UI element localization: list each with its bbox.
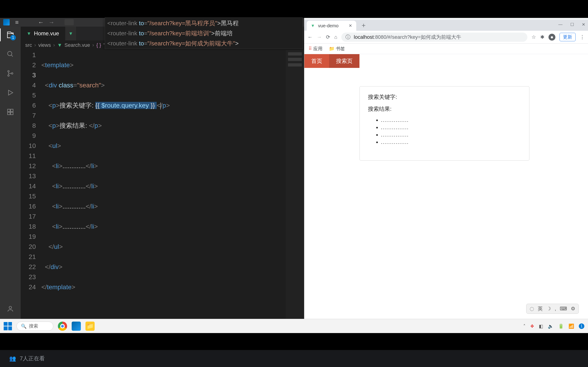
search-icon[interactable] [5,49,15,59]
svg-point-2 [8,70,9,72]
vue-file-icon: ▼ [27,31,31,36]
search-card: 搜索关键字: 搜索结果: ............... ...........… [359,86,529,161]
debug-icon[interactable] [5,88,15,98]
search-icon: 🔍 [21,323,27,329]
svg-point-4 [11,73,13,74]
site-info-icon[interactable]: ⓘ [346,34,351,41]
account-icon[interactable] [5,304,15,314]
editor-hover-popup: <router-link to="/search?key=黑马程序员">黑马程 … [105,17,303,49]
list-item: ............... [381,117,521,123]
tab-home-vue[interactable]: ▼ Home.vue [21,27,65,40]
windows-taskbar: 🔍搜索 📁 ˄ ❖ ◧ 🔈 🔋 📶 1 [0,319,588,333]
ime-floating-toolbar[interactable]: ◌ 英 ☽ , ⌨ ⚙ [526,304,579,314]
nav-forward-icon[interactable]: → [48,19,54,26]
minimize-icon[interactable]: — [558,22,562,27]
system-tray: ˄ ❖ ◧ 🔈 🔋 📶 1 [523,323,584,329]
nav-search-link[interactable]: 搜索页 [329,54,359,68]
list-item: ............... [381,132,521,138]
close-tab-icon[interactable]: ✕ [349,23,352,28]
nav-back-icon[interactable]: ← [38,19,44,26]
svg-rect-9 [10,112,13,115]
apps-shortcut[interactable]: ⠿ 应用 [309,46,322,52]
line-gutter: 1 2 3 4 5 6 7 8 9 10 11 12 13 14 [21,50,41,324]
close-window-icon[interactable]: ✕ [582,22,585,27]
tray-wifi-icon[interactable]: 📶 [569,323,574,329]
forward-icon[interactable]: → [317,34,322,40]
address-bar[interactable]: ⓘ localhost:8080/#/search?key=如何成为前端大牛 [341,33,527,42]
folder-icon: 📁 [329,46,335,51]
code-editor[interactable]: 1 2 3 4 5 6 7 8 9 10 11 12 13 14 [21,50,304,324]
taskbar-chrome-icon[interactable] [58,322,67,331]
home-icon[interactable]: ⌂ [334,34,337,40]
symbol-icon: { } [96,42,101,48]
svg-point-3 [8,75,9,76]
svg-rect-7 [10,109,13,112]
tray-icon[interactable]: ❖ [530,323,534,329]
kebab-menu-icon[interactable]: ⋮ [580,34,585,40]
nav-home-link[interactable]: 首页 [304,54,329,68]
viewers-count: 7人正在看 [20,355,45,362]
ime-mode[interactable]: 英 [538,305,543,312]
vue-favicon-icon: ▼ [311,23,315,28]
svg-line-1 [11,55,13,57]
browser-tabs: ▼ vue-demo ✕ ＋ — ☐ ✕ [304,20,588,31]
tray-icon[interactable]: ◧ [539,323,543,329]
ime-keyboard-icon[interactable]: ⌨ [560,306,567,312]
viewers-icon: 👥 [9,355,16,362]
tray-battery-icon[interactable]: 🔋 [558,323,564,329]
svg-point-0 [8,51,12,56]
apps-grid-icon: ⠿ [309,46,312,51]
taskbar-explorer-icon[interactable]: 📁 [86,322,95,331]
profile-avatar-icon[interactable]: ● [548,34,555,41]
ime-comma-icon[interactable]: , [555,306,556,312]
extensions-puzzle-icon[interactable]: ✱ [540,34,544,40]
menu-icon[interactable]: ≡ [15,19,19,26]
list-item: ............... [381,125,521,131]
reload-icon[interactable]: ⟳ [326,34,330,40]
notification-badge[interactable]: 1 [579,323,584,329]
list-item: ............... [381,139,521,145]
vscode-window: ≡ ← → 1 [0,18,304,333]
minimap[interactable] [286,50,304,324]
tray-chevron-icon[interactable]: ˄ [523,323,526,329]
search-result-label: 搜索结果: [368,105,521,113]
extensions-icon[interactable] [5,107,15,117]
browser-tab[interactable]: ▼ vue-demo ✕ [307,21,356,31]
tab-title: vue-demo [318,23,338,28]
tab-other[interactable]: ▼ [65,27,77,40]
svg-marker-5 [9,90,13,95]
svg-rect-6 [8,109,10,112]
ime-settings-icon[interactable]: ⚙ [571,306,575,312]
maximize-icon[interactable]: ☐ [570,22,574,27]
page-content: 首页 搜索页 搜索关键字: 搜索结果: ............... ....… [304,54,588,333]
bookmark-star-icon[interactable]: ☆ [531,34,536,40]
start-button[interactable] [4,322,12,330]
vscode-logo-icon [3,19,10,25]
back-icon[interactable]: ← [308,34,313,40]
vue-file-icon: ▼ [69,31,73,36]
update-button[interactable]: 更新 [560,33,576,41]
search-key-label: 搜索关键字: [368,93,521,101]
explorer-icon[interactable]: 1 [5,30,15,40]
svg-rect-8 [8,112,10,115]
browser-toolbar: ← → ⟳ ⌂ ⓘ localhost:8080/#/search?key=如何… [304,31,588,44]
ime-moon-icon[interactable]: ☽ [546,306,551,312]
command-center-input[interactable] [65,19,74,25]
explorer-badge: 1 [10,35,16,40]
vue-file-icon: ▼ [57,42,62,48]
stream-info-bar: 👥 7人正在看 [0,350,588,367]
svg-point-10 [9,306,12,309]
taskbar-search[interactable]: 🔍搜索 [17,322,53,331]
tray-volume-icon[interactable]: 🔈 [548,323,553,329]
chrome-window: ▼ vue-demo ✕ ＋ — ☐ ✕ ← → ⟳ ⌂ ⓘ localhost… [304,18,588,333]
code-content[interactable]: <template> <div class="search"> <p>搜索关键字… [41,50,304,324]
bookmark-folder[interactable]: 📁 书签 [329,46,345,52]
taskbar-vscode-icon[interactable] [72,322,81,331]
activity-bar: 1 [0,27,21,333]
new-tab-button[interactable]: ＋ [360,21,367,30]
source-control-icon[interactable] [5,68,15,78]
bookmarks-bar: ⠿ 应用 📁 书签 [304,44,588,54]
tab-label: Home.vue [34,30,59,37]
ime-logo-icon: ◌ [530,306,534,312]
